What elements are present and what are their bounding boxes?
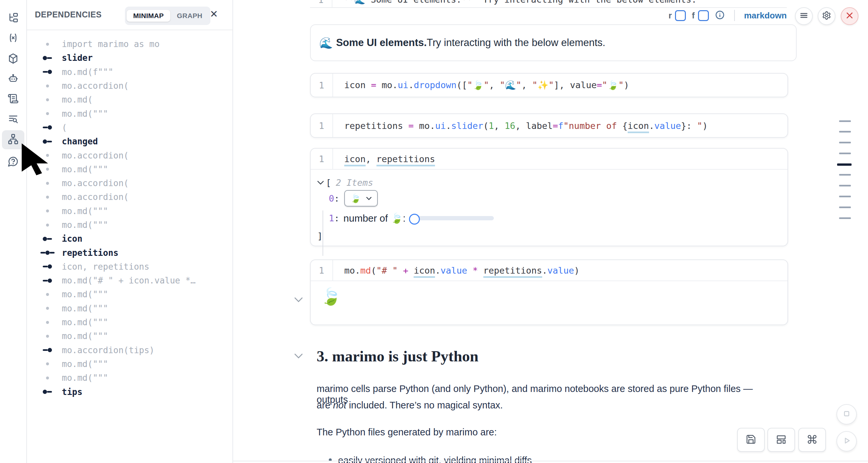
slider-track[interactable]: [413, 216, 494, 220]
minimap-item-label: mo.md(""": [62, 220, 108, 230]
markdown-source-line[interactable]: **🌊 Some UI elements.** Try interacting …: [332, 0, 697, 5]
chevron-down-icon: [366, 197, 372, 200]
minimap-item[interactable]: icon, repetitions: [26, 260, 232, 274]
save-button[interactable]: [737, 428, 765, 452]
cell-mark[interactable]: [839, 196, 851, 197]
code-line[interactable]: mo.md("# " + icon.value * repetitions.va…: [333, 266, 579, 276]
minimap-item[interactable]: mo.md(""": [26, 302, 232, 315]
minimap-item[interactable]: mo.md(""": [26, 287, 232, 301]
slider-thumb[interactable]: [409, 214, 420, 225]
settings-button[interactable]: [818, 7, 835, 25]
sidebar-item-variables[interactable]: [0, 29, 26, 48]
info-icon[interactable]: [715, 10, 725, 21]
snippets-icon: [7, 93, 19, 105]
cell-mark[interactable]: [839, 185, 851, 186]
minimap-item[interactable]: slider: [26, 51, 232, 65]
minimap-item-label: mo.md("# " + icon.value *…: [62, 276, 196, 285]
dropdown-select[interactable]: 🍃: [344, 190, 378, 207]
tab-minimap[interactable]: MINIMAP: [127, 10, 170, 22]
collapse-chevron-icon[interactable]: [294, 297, 303, 303]
minimap-item[interactable]: mo.accordion(: [26, 176, 232, 190]
layout-button[interactable]: [767, 428, 795, 452]
cell-mark[interactable]: [839, 207, 851, 208]
minimap-item-label: mo.accordion(: [62, 151, 129, 160]
minimap-item[interactable]: mo.md(""": [26, 315, 232, 329]
minimap-item-label: mo.md(""": [62, 359, 108, 369]
run-button[interactable]: [836, 431, 857, 452]
minimap-item[interactable]: mo.accordion(: [26, 79, 232, 93]
toolbar-divider: [734, 10, 735, 21]
minimap-item[interactable]: mo.md(""": [26, 106, 232, 120]
minimap-item[interactable]: mo.md(""": [26, 357, 232, 371]
cell-node-icon: [37, 56, 58, 60]
sidebar-rail: [0, 0, 27, 463]
minimap-item[interactable]: mo.md("# " + icon.value *…: [26, 274, 232, 287]
tab-graph[interactable]: GRAPH: [170, 10, 209, 22]
minimap-item-label: mo.md(""": [62, 317, 108, 327]
wave-emoji: 🌊: [319, 36, 333, 49]
minimap-item[interactable]: mo.md(""": [26, 218, 232, 232]
sidebar-item-outline[interactable]: [0, 111, 26, 129]
minimap-item-label: mo.md(f""": [62, 67, 114, 77]
f-checkbox[interactable]: [698, 10, 709, 21]
cell-mark[interactable]: [839, 131, 851, 132]
cell-node-icon: [37, 348, 58, 352]
minimap-item-label: mo.md(""": [62, 331, 108, 341]
cell-dot-icon: [37, 196, 58, 198]
minimap-item[interactable]: mo.md(""": [26, 204, 232, 218]
code-line[interactable]: icon = mo.ui.dropdown(["🍃", "🌊", "✨"], v…: [333, 80, 629, 90]
minimap-item[interactable]: mo.md(: [26, 93, 232, 106]
code-line[interactable]: icon, repetitions: [333, 154, 435, 164]
active-cell-mark[interactable]: [837, 163, 851, 166]
sidebar-item-packages[interactable]: [0, 50, 26, 68]
minimap-item[interactable]: mo.md(""": [26, 329, 232, 343]
code-line[interactable]: repetitions = mo.ui.slider(1, 16, label=…: [333, 121, 708, 131]
minimap-item-label: icon: [62, 234, 83, 244]
minimap-item-label: (: [62, 123, 67, 132]
cell-language-label[interactable]: markdown: [744, 10, 787, 21]
minimap-item-label: mo.md(""": [62, 164, 108, 174]
slider-label: number of 🍃:: [344, 212, 406, 224]
minimap-cell-list: import marimo as moslidermo.md(f"""mo.ac…: [26, 37, 232, 399]
colon: :: [334, 213, 339, 223]
minimap-item[interactable]: repetitions: [26, 246, 232, 259]
cell-mark[interactable]: [839, 120, 851, 122]
minimap-item[interactable]: changed: [26, 134, 232, 148]
minimap-item-label: mo.accordion(: [62, 81, 129, 91]
sidebar-item-file-tree[interactable]: [0, 9, 26, 28]
tree-item-0: 0: 🍃: [329, 190, 378, 207]
bracket-open: [: [326, 178, 331, 188]
r-checkbox[interactable]: [675, 10, 686, 21]
minimap-item-label: icon, repetitions: [62, 262, 149, 272]
tree-root-row[interactable]: [ 2 Items: [317, 178, 373, 188]
minimap-item[interactable]: (: [26, 121, 232, 134]
minimap-item[interactable]: icon: [26, 232, 232, 246]
cell-mark[interactable]: [839, 153, 851, 154]
para2-italic: not: [333, 400, 346, 410]
minimap-item[interactable]: mo.accordion(: [26, 190, 232, 204]
notebook-menu-button[interactable]: [795, 7, 813, 25]
slider-widget[interactable]: [409, 214, 494, 223]
stop-button[interactable]: [836, 404, 857, 425]
markdown-output-cell: 🌊 Some UI elements. Try interacting with…: [310, 24, 797, 61]
minimap-item[interactable]: mo.md(""": [26, 371, 232, 385]
cell-mark[interactable]: [839, 142, 851, 143]
minimap-item[interactable]: tips: [26, 385, 232, 399]
collapse-chevron-icon[interactable]: [294, 353, 303, 359]
colon: :: [334, 193, 339, 204]
cell-mark[interactable]: [839, 217, 851, 219]
sidebar-item-snippets[interactable]: [0, 90, 26, 109]
paragraph-3: The Python files generated by marimo are…: [317, 427, 783, 438]
sidebar-item-ai-assistant[interactable]: [0, 70, 26, 89]
cell-mark[interactable]: [839, 174, 851, 176]
hamburger-menu-icon: [799, 11, 808, 21]
minimap-item[interactable]: mo.md(""": [26, 162, 232, 176]
shortcuts-button[interactable]: [798, 428, 826, 452]
markdown-cell-editor-clipped[interactable]: 1 **🌊 Some UI elements.** Try interactin…: [310, 0, 787, 8]
minimap-item[interactable]: mo.accordion(: [26, 148, 232, 162]
shutdown-button[interactable]: [841, 7, 859, 25]
minimap-item[interactable]: mo.accordion(tips): [26, 343, 232, 357]
minimap-item[interactable]: import marimo as mo: [26, 37, 232, 51]
minimap-item[interactable]: mo.md(f""": [26, 65, 232, 79]
close-panel-button[interactable]: ✕: [210, 8, 218, 20]
